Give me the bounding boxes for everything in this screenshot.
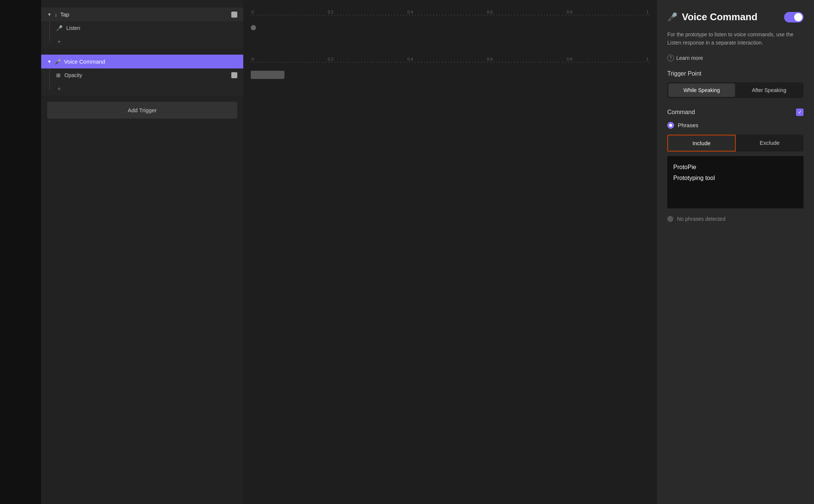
voice-plus-icon: ＋ <box>56 85 62 93</box>
phrases-text: ProtoPiePrototyping tool <box>673 162 798 184</box>
ruler2-mark-06: 0.6 <box>487 57 493 61</box>
trigger-point-tabs: While Speaking After Speaking <box>667 82 804 98</box>
left-sidebar <box>0 0 41 504</box>
after-speaking-label: After Speaking <box>752 87 786 93</box>
timeline-content: 0 0.2 0.4 0.6 0.8 1 <box>243 0 657 83</box>
ruler-mark-06: 0.6 <box>487 10 493 14</box>
voice-add-sub-item[interactable]: ＋ <box>41 82 243 96</box>
panel-title: Voice Command <box>682 11 780 23</box>
listen-label: Listen <box>66 25 237 31</box>
panel-description: For the prototype to listen to voice com… <box>667 30 804 47</box>
tap-plus-icon: ＋ <box>56 38 62 46</box>
timeline-area: 0 0.2 0.4 0.6 0.8 1 <box>243 0 657 504</box>
question-icon: ? <box>667 55 674 61</box>
tap-stop-icon <box>231 12 237 18</box>
ruler-mark-0: 0 <box>251 10 254 14</box>
ruler2-mark-04: 0.4 <box>407 57 413 61</box>
opacity-label: Opacity <box>64 72 228 78</box>
tap-timeline-bar-area <box>251 22 649 33</box>
voice-mic-icon: 🎤 <box>55 59 61 65</box>
voice-timeline-bar-area <box>251 70 649 80</box>
ruler-dots-top <box>251 15 649 16</box>
include-label: Include <box>692 140 710 146</box>
tap-trigger-header[interactable]: ▼ ↓ Tap <box>41 7 243 21</box>
no-phrases-dot-icon <box>667 216 673 222</box>
tab-after-speaking[interactable]: After Speaking <box>736 83 802 97</box>
tap-chevron-icon: ▼ <box>47 12 52 17</box>
ruler-mark-08: 0.8 <box>567 10 572 14</box>
interactions-panel: ▼ ↓ Tap 🎤 Listen ＋ ▼ 🎤 Voice Command <box>41 0 243 504</box>
tap-timeline-dot <box>251 25 256 30</box>
opacity-icon: ⊞ <box>56 72 61 78</box>
timeline-spacer <box>243 36 657 55</box>
command-checkbox[interactable]: ✓ <box>796 109 804 116</box>
learn-more-text: Learn more <box>676 55 703 61</box>
exclude-tab[interactable]: Exclude <box>736 135 804 152</box>
opacity-square-icon <box>231 72 237 78</box>
ruler-mark-02: 0.2 <box>328 10 333 14</box>
ruler2-mark-08: 0.8 <box>567 57 572 61</box>
radio-inner <box>669 124 672 127</box>
include-tab[interactable]: Include <box>667 135 736 152</box>
ruler2-mark-0: 0 <box>251 57 254 61</box>
trigger-point-label: Trigger Point <box>667 70 804 77</box>
voice-command-trigger-group: ▼ 🎤 Voice Command ⊞ Opacity ＋ <box>41 55 243 96</box>
voice-command-toggle[interactable] <box>784 12 804 22</box>
tap-trigger-group: ▼ ↓ Tap 🎤 Listen ＋ <box>41 7 243 49</box>
ruler2-mark-1: 1 <box>646 57 649 61</box>
panel-mic-icon: 🎤 <box>667 12 677 22</box>
learn-more-link[interactable]: ? Learn more <box>667 55 804 61</box>
tab-while-speaking[interactable]: While Speaking <box>668 83 735 97</box>
no-phrases-row: No phrases detected <box>667 216 804 222</box>
phrases-row[interactable]: Phrases <box>667 122 804 129</box>
exclude-label: Exclude <box>760 140 780 146</box>
ruler-mark-1: 1 <box>646 10 649 14</box>
no-phrases-text: No phrases detected <box>677 216 725 222</box>
opacity-sub-item[interactable]: ⊞ Opacity <box>41 68 243 82</box>
main-area: ▼ ↓ Tap 🎤 Listen ＋ ▼ 🎤 Voice Command <box>41 0 814 504</box>
phrases-radio[interactable] <box>667 122 674 129</box>
panel-header: 🎤 Voice Command <box>667 11 804 23</box>
ruler-marks-bottom: 0 0.2 0.4 0.6 0.8 1 <box>251 57 649 61</box>
opacity-timeline-bar[interactable] <box>251 71 284 79</box>
voice-command-trigger-header[interactable]: ▼ 🎤 Voice Command <box>41 55 243 68</box>
phrases-label: Phrases <box>678 122 698 128</box>
checkmark-icon: ✓ <box>798 109 802 115</box>
include-exclude-tabs: Include Exclude <box>667 135 804 152</box>
while-speaking-label: While Speaking <box>683 87 720 93</box>
tap-timeline-row <box>243 19 657 36</box>
command-label: Command <box>667 109 796 116</box>
ruler-track-bottom: 0 0.2 0.4 0.6 0.8 1 <box>251 55 649 63</box>
timeline-ruler-bottom: 0 0.2 0.4 0.6 0.8 1 <box>243 55 657 64</box>
ruler-mark-04: 0.4 <box>407 10 413 14</box>
voice-command-trigger-label: Voice Command <box>64 58 237 65</box>
command-header: Command ✓ <box>667 109 804 116</box>
phrases-box[interactable]: ProtoPiePrototyping tool <box>667 156 804 208</box>
tap-add-sub-item[interactable]: ＋ <box>41 35 243 49</box>
add-trigger-label: Add Trigger <box>128 107 157 113</box>
timeline-ruler-top: 0 0.2 0.4 0.6 0.8 1 <box>243 7 657 16</box>
right-panel: 🎤 Voice Command For the prototype to lis… <box>657 0 814 504</box>
voice-chevron-icon: ▼ <box>47 59 52 64</box>
mic-icon: 🎤 <box>56 25 63 31</box>
add-trigger-button[interactable]: Add Trigger <box>47 102 237 119</box>
ruler2-mark-02: 0.2 <box>328 57 333 61</box>
listen-sub-item[interactable]: 🎤 Listen <box>41 21 243 35</box>
ruler-track-top: 0 0.2 0.4 0.6 0.8 1 <box>251 8 649 16</box>
tap-icon: ↓ <box>55 12 57 18</box>
ruler-marks-top: 0 0.2 0.4 0.6 0.8 1 <box>251 10 649 14</box>
voice-timeline-row <box>243 67 657 83</box>
ruler-dots-bottom <box>251 62 649 63</box>
tap-trigger-label: Tap <box>60 11 228 18</box>
